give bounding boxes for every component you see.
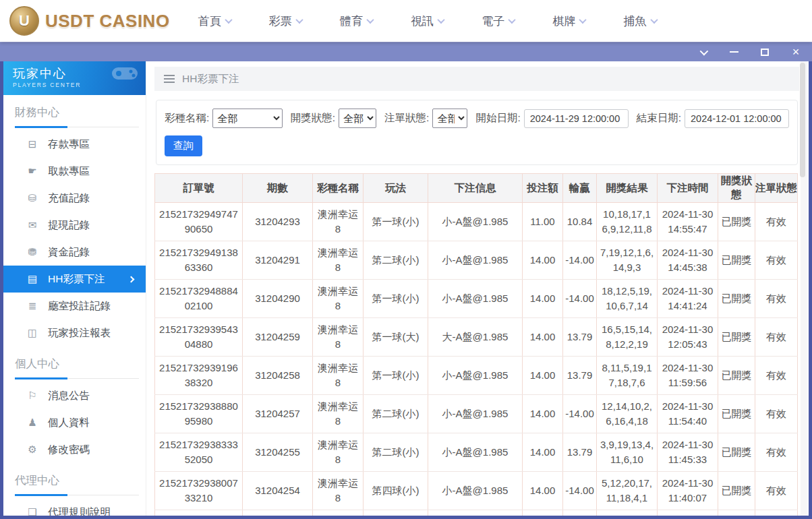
cell-play: 第二球(小) [364, 433, 428, 472]
cell-bet-time: 2024-11-30 12:05:43 [658, 318, 718, 357]
player-report-icon: ◫ [26, 327, 38, 339]
sidebar-item-password-gear[interactable]: ⚙修改密碼 [3, 436, 146, 463]
hamburger-menu-icon[interactable] [164, 75, 175, 83]
bets-table: 訂單號期數彩種名稱玩法下注信息投注額輸贏開獎結果下注時間開獎狀態注單狀態 215… [154, 173, 798, 516]
cell-draw-status: 已開獎 [718, 318, 755, 357]
cell-order-no: 2152173294888402100 [155, 280, 243, 318]
sidebar-item-label: 充值記錄 [48, 191, 90, 206]
cell-result: 5,12,20,17,11,18,4,1 [597, 472, 658, 510]
brand-logo[interactable]: U USDT CASINO [9, 6, 170, 36]
cell-order-status: 有效 [755, 280, 798, 318]
sidebar-item-funds-record[interactable]: ⛃資金記錄 [3, 239, 146, 266]
cell-order-no: 2152173293833352050 [155, 433, 243, 472]
sidebar-item-recharge-moneybag[interactable]: ⛁充值記錄 [3, 185, 146, 212]
cell-draw-status: 已開獎 [718, 280, 755, 318]
minimize-icon[interactable] [728, 47, 739, 57]
window-body: 玩家中心 PLAYERS CENTER 財務中心⊟存款專區☛取款專區⛁充值記錄✉… [0, 61, 812, 519]
column-header: 注單狀態 [755, 174, 798, 203]
cell-order-status: 有效 [755, 433, 798, 472]
lottery-name-select[interactable]: 全部 [212, 109, 282, 128]
sidebar-item-withdraw-hand[interactable]: ☛取款專區 [3, 158, 146, 185]
nav-item-label: 彩票 [269, 13, 292, 29]
cell-play: 第二球(小) [364, 241, 428, 280]
sidebar-item-deposit-card[interactable]: ⊟存款專區 [3, 131, 146, 158]
table-row: 215217329497479065031204293澳洲幸运8第一球(小)小-… [155, 203, 798, 241]
logo-coin-icon: U [9, 6, 39, 36]
gamepad-decoration-icon [109, 63, 140, 84]
notice-bell-icon: ⚐ [26, 390, 38, 402]
cell-bet-info: 小-A盤@1.985 [428, 472, 523, 510]
breadcrumb: HH彩票下注 [154, 67, 799, 91]
empty-cell [428, 510, 523, 516]
cell-draw-status: 已開獎 [718, 203, 755, 241]
cell-lottery: 澳洲幸运8 [313, 280, 364, 318]
cell-result: 16,5,15,14,8,12,2,19 [597, 318, 658, 357]
cell-amount: 14.00 [523, 395, 563, 433]
sidebar-item-profile-user[interactable]: ♟個人資料 [3, 409, 146, 436]
cell-amount: 14.00 [523, 241, 563, 280]
empty-cell [597, 510, 658, 516]
sidebar-item-label: 消息公告 [48, 389, 90, 403]
cell-bet-time: 2024-11-30 11:45:33 [658, 433, 718, 472]
cell-draw-status: 已開獎 [718, 357, 755, 395]
column-header: 訂單號 [155, 174, 243, 203]
cell-order-status: 有效 [755, 395, 798, 433]
cell-period: 31204293 [243, 203, 313, 241]
cell-result: 7,19,12,1,6,14,9,3 [597, 241, 658, 280]
cell-amount: 14.00 [523, 280, 563, 318]
window-titlebar: × [0, 42, 812, 61]
start-date-label: 開始日期: [475, 111, 520, 125]
nav-item-4[interactable]: 視訊 [411, 13, 444, 29]
cell-bet-info: 小-A盤@1.985 [428, 203, 523, 241]
cell-win-loss: 10.84 [563, 203, 597, 241]
cell-period: 31204257 [243, 395, 313, 433]
vertical-scrollbar[interactable] [801, 61, 807, 516]
nav-item-7[interactable]: 捕魚 [624, 13, 657, 29]
order-status-label: 注單狀態: [384, 111, 429, 125]
empty-cell [243, 510, 313, 516]
table-row: 215217329380073321031204254澳洲幸运8第四球(小)小-… [155, 472, 798, 510]
sidebar-item-withdrawal-record[interactable]: ✉提現記錄 [3, 212, 146, 239]
sidebar-item-label: 個人資料 [48, 416, 90, 430]
sidebar-item-label: 資金記錄 [48, 245, 90, 260]
maximize-icon[interactable] [759, 47, 770, 57]
nav-item-2[interactable]: 彩票 [269, 13, 302, 29]
start-date-input[interactable] [524, 109, 629, 128]
nav-item-5[interactable]: 電子 [482, 13, 515, 29]
cell-order-no: 2152173293888095980 [155, 395, 243, 433]
chevron-down-icon[interactable] [697, 47, 708, 57]
sidebar-item-agent-rules-doc[interactable]: ❏代理規則說明 [3, 499, 146, 516]
cell-lottery: 澳洲幸运8 [313, 241, 364, 280]
cell-win-loss: 13.79 [563, 357, 597, 395]
password-gear-icon: ⚙ [26, 444, 38, 456]
nav-item-3[interactable]: 體育 [340, 13, 373, 29]
nav-item-6[interactable]: 棋牌 [552, 13, 585, 29]
sidebar-item-notice-bell[interactable]: ⚐消息公告 [3, 382, 146, 409]
cell-amount: 14.00 [523, 357, 563, 395]
chevron-down-icon [650, 16, 658, 24]
cell-order-no: 2152173294913863360 [155, 241, 243, 280]
sidebar-section-title: 代理中心 [3, 463, 146, 494]
column-header: 開獎結果 [597, 174, 658, 203]
cell-bet-info: 小-A盤@1.985 [428, 433, 523, 472]
close-icon[interactable]: × [790, 47, 801, 57]
lottery-bet-icon: ▤ [26, 273, 38, 285]
end-date-label: 結束日期: [637, 111, 681, 125]
column-header: 輸贏 [563, 174, 597, 203]
end-date-input[interactable] [685, 109, 789, 128]
order-status-select[interactable]: 全部 [432, 109, 467, 128]
cell-bet-time: 2024-11-30 14:45:38 [658, 241, 718, 280]
draw-status-select[interactable]: 全部 [339, 109, 376, 128]
column-header: 彩種名稱 [313, 174, 364, 203]
table-row: 215217329383335205031204255澳洲幸运8第二球(小)小-… [155, 433, 798, 472]
sidebar-item-player-report[interactable]: ◫玩家投注報表 [3, 319, 146, 346]
cell-win-loss: -14.00 [563, 395, 597, 433]
sidebar-item-label: 代理規則說明 [48, 506, 111, 516]
empty-cell [523, 510, 563, 516]
nav-item-1[interactable]: 首頁 [198, 13, 231, 29]
sidebar-item-room-bet-record[interactable]: ≣廳室投註記錄 [3, 293, 146, 319]
sidebar-item-lottery-bet[interactable]: ▤HH彩票下注 [3, 266, 146, 293]
table-row: 215217329395430488031204259澳洲幸运8第一球(大)大-… [155, 318, 798, 357]
section-underline [15, 494, 139, 495]
search-button[interactable]: 查詢 [165, 135, 202, 156]
